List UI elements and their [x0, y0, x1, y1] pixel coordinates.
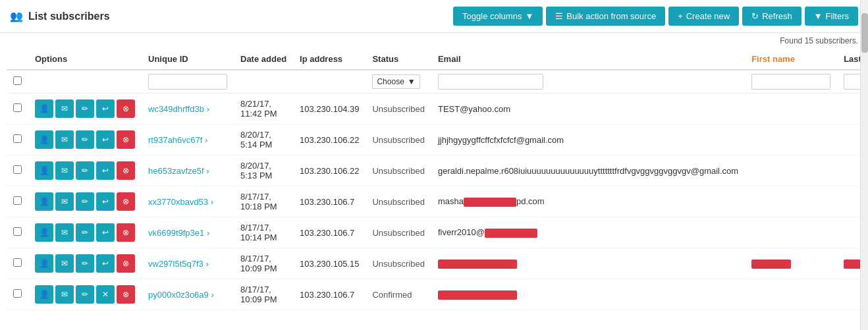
edit-button[interactable]: ✏	[76, 130, 94, 149]
row-actions-cell: 👤✉✏↩⊗	[28, 124, 142, 155]
edit-button[interactable]: ✏	[76, 161, 94, 180]
row-ip-cell: 103.230.105.15	[293, 248, 366, 279]
user-profile-button[interactable]: 👤	[35, 254, 53, 273]
bulk-action-label: Bulk action from source	[566, 11, 656, 21]
send-email-button[interactable]: ✉	[55, 99, 74, 118]
header-ip-address: Ip address	[293, 49, 366, 70]
row-status-cell: Unsubscribed	[366, 248, 431, 279]
row-checkbox[interactable]	[13, 196, 22, 205]
edit-button[interactable]: ✏	[76, 285, 94, 304]
edit-button[interactable]: ✏	[76, 254, 94, 273]
create-new-button[interactable]: + Create new	[668, 7, 739, 26]
unique-id-link[interactable]: he653zavfze5f ›	[148, 166, 209, 176]
filter-checkbox-col	[7, 70, 28, 94]
row-checkbox[interactable]	[13, 258, 22, 267]
send-email-button[interactable]: ✉	[55, 285, 74, 304]
row-checkbox-cell	[7, 94, 28, 124]
resend-button[interactable]: ↩	[96, 223, 115, 242]
delete-button[interactable]: ⊗	[117, 99, 135, 118]
row-checkbox[interactable]	[13, 289, 22, 298]
header-options: Options	[28, 49, 142, 70]
found-info: Found 15 subscribers.	[0, 33, 868, 49]
redacted-email-part	[485, 229, 537, 238]
filter-first-name-input[interactable]	[751, 74, 830, 90]
resend-button[interactable]: ↩	[96, 161, 115, 180]
table-row: 👤✉✏↩⊗wc349dhrffd3b ›8/21/17, 11:42 PM103…	[7, 94, 868, 124]
user-profile-button[interactable]: 👤	[35, 285, 53, 304]
resend-button[interactable]: ↩	[96, 192, 115, 211]
select-all-checkbox[interactable]	[13, 76, 22, 85]
send-email-button[interactable]: ✉	[55, 161, 74, 180]
filters-button[interactable]: ▼ Filters	[805, 7, 858, 26]
header-email: Email	[431, 49, 745, 70]
send-email-button[interactable]: ✉	[55, 130, 74, 149]
row-first-name-cell	[745, 94, 837, 124]
send-email-button[interactable]: ✉	[55, 192, 74, 211]
row-date-cell: 8/21/17, 11:42 PM	[234, 94, 293, 124]
user-profile-button[interactable]: 👤	[35, 192, 53, 211]
row-checkbox[interactable]	[13, 227, 22, 236]
table-row: 👤✉✏✕⊗py000x0z3o6a9 ›8/17/17, 10:09 PM103…	[7, 279, 868, 310]
delete-button[interactable]: ⊗	[117, 130, 135, 149]
row-ip-cell: 103.230.104.39	[293, 94, 366, 124]
unique-id-link[interactable]: rt937ah6vc67f ›	[148, 135, 207, 145]
row-checkbox-cell	[7, 155, 28, 186]
filter-status-select[interactable]: Choose ▼	[372, 74, 420, 89]
table-container: Options Unique ID Date added Ip address …	[0, 49, 868, 310]
row-checkbox[interactable]	[13, 134, 22, 143]
user-profile-button[interactable]: 👤	[35, 99, 53, 118]
row-unique-id-cell: vk6699t9fp3e1 ›	[142, 217, 234, 248]
unique-id-link[interactable]: py000x0z3o6a9 ›	[148, 290, 214, 300]
filter-email-col	[431, 70, 745, 94]
send-email-button[interactable]: ✉	[55, 254, 74, 273]
header-checkbox-col	[7, 49, 28, 70]
redacted-email-part	[464, 198, 516, 207]
filter-unique-id-input[interactable]	[148, 74, 227, 90]
header-actions: Toggle columns ▼ ☰ Bulk action from sour…	[453, 7, 858, 26]
row-unique-id-cell: py000x0z3o6a9 ›	[142, 279, 234, 310]
bulk-action-button[interactable]: ☰ Bulk action from source	[546, 7, 665, 26]
user-profile-button[interactable]: 👤	[35, 223, 53, 242]
unique-id-link[interactable]: wc349dhrffd3b ›	[148, 104, 209, 114]
row-checkbox[interactable]	[13, 165, 22, 174]
refresh-label: Refresh	[762, 11, 792, 21]
unique-id-link[interactable]: xx3770xbavd53 ›	[148, 197, 213, 207]
action-buttons-group: 👤✉✏✕⊗	[35, 285, 135, 304]
filter-email-input[interactable]	[438, 74, 543, 90]
edit-button[interactable]: ✏	[76, 223, 94, 242]
resend-button[interactable]: ↩	[96, 130, 115, 149]
action-buttons-group: 👤✉✏↩⊗	[35, 254, 135, 273]
user-profile-button[interactable]: 👤	[35, 161, 53, 180]
row-ip-cell: 103.230.106.22	[293, 124, 366, 155]
filter-icon: ▼	[814, 11, 823, 21]
refresh-button[interactable]: ↻ Refresh	[742, 7, 801, 26]
scrollbar[interactable]	[860, 0, 868, 310]
delete-button[interactable]: ⊗	[117, 254, 135, 273]
table-row: 👤✉✏↩⊗rt937ah6vc67f ›8/20/17, 5:14 PM103.…	[7, 124, 868, 155]
row-status-cell: Unsubscribed	[366, 217, 431, 248]
delete-button[interactable]: ⊗	[117, 285, 135, 304]
scrollbar-thumb[interactable]	[861, 13, 868, 53]
action-buttons-group: 👤✉✏↩⊗	[35, 161, 135, 180]
unsubscribe-button[interactable]: ✕	[96, 285, 115, 304]
delete-button[interactable]: ⊗	[117, 223, 135, 242]
row-email-cell: fiverr2010@	[431, 217, 745, 248]
row-first-name-cell	[745, 186, 837, 217]
resend-button[interactable]: ↩	[96, 254, 115, 273]
delete-button[interactable]: ⊗	[117, 161, 135, 180]
edit-button[interactable]: ✏	[76, 99, 94, 118]
toggle-columns-button[interactable]: Toggle columns ▼	[453, 7, 543, 26]
user-profile-button[interactable]: 👤	[35, 130, 53, 149]
chevron-down-icon: ▼	[525, 11, 533, 21]
unique-id-link[interactable]: vw297l5t5q7f3 ›	[148, 259, 209, 269]
table-row: 👤✉✏↩⊗xx3770xbavd53 ›8/17/17, 10:18 PM103…	[7, 186, 868, 217]
delete-button[interactable]: ⊗	[117, 192, 135, 211]
unique-id-link[interactable]: vk6699t9fp3e1 ›	[148, 228, 209, 238]
resend-button[interactable]: ↩	[96, 99, 115, 118]
send-email-button[interactable]: ✉	[55, 223, 74, 242]
header-first-name: First name	[745, 49, 837, 70]
row-first-name-cell	[745, 124, 837, 155]
header-bar: 👥 List subscribers Toggle columns ▼ ☰ Bu…	[0, 0, 868, 33]
edit-button[interactable]: ✏	[76, 192, 94, 211]
row-checkbox[interactable]	[13, 103, 22, 112]
